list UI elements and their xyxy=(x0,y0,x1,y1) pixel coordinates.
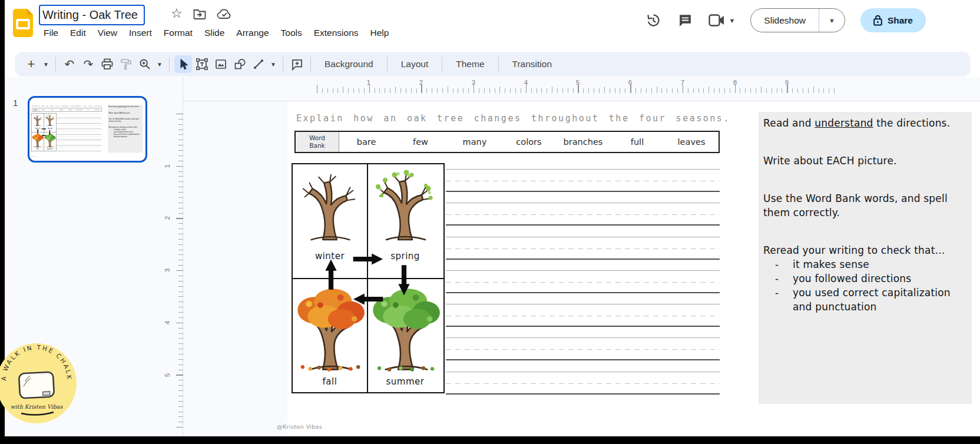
star-icon[interactable]: ☆ xyxy=(171,7,183,20)
worksheet-title[interactable]: Explain how an oak tree changes througho… xyxy=(296,113,730,124)
direction-bullet: -it makes sense xyxy=(763,257,966,271)
insert-image-button[interactable] xyxy=(212,55,230,73)
insert-comment-button[interactable] xyxy=(288,55,306,73)
word-bank-word: colors xyxy=(502,132,556,152)
comments-icon[interactable] xyxy=(677,12,693,29)
word-bank-label: Word Bank xyxy=(296,132,339,152)
lock-icon xyxy=(873,15,882,26)
whiteboard-icon xyxy=(19,372,54,399)
theme-button[interactable]: Theme xyxy=(446,55,494,74)
arrow-summer-to-fall-icon xyxy=(41,134,47,137)
word-bank-table[interactable]: Word Bank bare few many colors branches … xyxy=(294,131,720,153)
writing-line-group xyxy=(446,270,720,293)
spring-tree-image xyxy=(44,114,55,127)
slideshow-button-group: Slideshow ▼ xyxy=(750,8,845,32)
ruler-h-number: 9 xyxy=(785,79,789,86)
menu-insert[interactable]: Insert xyxy=(123,25,158,41)
slideshow-caret-button[interactable]: ▼ xyxy=(819,9,845,32)
new-slide-button[interactable]: + xyxy=(22,55,40,73)
word-bank-word: leaves xyxy=(92,108,101,112)
ruler-h-number: 7 xyxy=(681,79,684,86)
menu-tools[interactable]: Tools xyxy=(275,25,308,41)
screen-edge-bottom xyxy=(0,436,980,444)
toolbar: + ▼ ↶ ↷ ▼ ▼ xyxy=(15,52,971,77)
undo-button[interactable]: ↶ xyxy=(61,55,78,73)
share-button[interactable]: Share xyxy=(860,8,926,32)
direction-reread: Reread your writing to check that... xyxy=(109,127,142,129)
insert-shape-button[interactable] xyxy=(231,55,249,73)
credit-text: @Kristen Vibas xyxy=(277,423,322,430)
menu-file[interactable]: File xyxy=(38,25,64,41)
writing-line-group xyxy=(446,169,720,192)
menu-arrange[interactable]: Arrange xyxy=(230,25,274,41)
menu-view[interactable]: View xyxy=(92,25,123,41)
word-bank-word: few xyxy=(393,132,448,152)
transition-button[interactable]: Transition xyxy=(503,55,561,74)
slide-page[interactable]: Explain how an oak tree changes througho… xyxy=(31,103,144,158)
word-bank-word: bare xyxy=(339,132,393,152)
move-folder-icon[interactable] xyxy=(193,8,206,19)
meet-camera-control[interactable]: ▼ xyxy=(708,14,735,26)
writing-line-group xyxy=(446,237,720,260)
slide-thumbnail[interactable]: Explain how an oak tree changes througho… xyxy=(28,96,147,163)
slides-logo-icon[interactable] xyxy=(12,8,34,38)
winter-tree-image xyxy=(32,114,43,126)
ruler-h-number: 4 xyxy=(524,79,528,86)
season-label-fall: fall xyxy=(293,376,367,387)
writing-line-group xyxy=(57,147,101,151)
word-bank-word: full xyxy=(84,108,92,112)
thumbnail-content: Explain how an oak tree changes througho… xyxy=(31,99,144,160)
word-bank-word: leaves xyxy=(664,132,719,152)
slide-page[interactable]: Explain how an oak tree changes througho… xyxy=(287,101,980,434)
word-bank-label: Word Bank xyxy=(32,108,39,112)
directions-panel[interactable]: Read and understand the directions. Writ… xyxy=(108,105,143,153)
word-bank-table[interactable]: Word Bank bare few many colors branches … xyxy=(32,108,101,111)
slideshow-button[interactable]: Slideshow xyxy=(751,9,819,32)
direction-bullet: -you followed directions xyxy=(763,271,966,286)
new-slide-caret-icon[interactable]: ▼ xyxy=(41,55,51,73)
ruler-h-number: 5 xyxy=(576,79,580,86)
print-button[interactable] xyxy=(98,55,116,73)
paint-format-button[interactable] xyxy=(117,55,135,73)
select-tool-button[interactable] xyxy=(174,55,192,73)
redo-button[interactable]: ↷ xyxy=(80,55,97,73)
slide-number: 1 xyxy=(13,98,18,108)
writing-line-group xyxy=(446,337,720,360)
writing-line-group xyxy=(57,142,101,145)
direction-reread: Reread your writing to check that... xyxy=(763,243,966,257)
menu-help[interactable]: Help xyxy=(365,25,395,41)
arrow-spring-to-summer-icon xyxy=(398,263,410,296)
walk-in-the-chalk-badge: A WALK IN THE CHALK with Kristen Vibas xyxy=(0,342,82,430)
word-bank-word: bare xyxy=(39,108,48,112)
writing-lines[interactable] xyxy=(446,169,720,405)
cloud-saved-icon[interactable] xyxy=(217,8,232,19)
layout-button[interactable]: Layout xyxy=(392,55,438,74)
directions-panel[interactable]: Read and understand the directions. Writ… xyxy=(759,112,972,404)
ruler-v-number: 3 xyxy=(164,269,171,272)
word-bank-word: many xyxy=(448,132,502,152)
menu-slide[interactable]: Slide xyxy=(198,25,230,41)
background-button[interactable]: Background xyxy=(315,55,383,74)
doc-title-input[interactable]: Writing - Oak Tree xyxy=(39,5,145,25)
zoom-caret-icon[interactable]: ▼ xyxy=(155,55,164,73)
menu-format[interactable]: Format xyxy=(158,25,198,41)
worksheet-title[interactable]: Explain how an oak tree changes througho… xyxy=(32,105,103,107)
season-label-winter: winter xyxy=(31,128,44,130)
credit-text: @Kristen Vibas xyxy=(31,156,37,157)
version-history-icon[interactable] xyxy=(645,12,661,29)
menu-extensions[interactable]: Extensions xyxy=(308,25,365,41)
insert-line-button[interactable] xyxy=(250,55,267,73)
season-label-summer: summer xyxy=(44,148,56,150)
menu-edit[interactable]: Edit xyxy=(64,25,92,41)
season-label-spring: spring xyxy=(44,128,56,130)
zoom-button[interactable] xyxy=(136,55,154,73)
camera-caret-icon[interactable]: ▼ xyxy=(729,17,735,24)
line-caret-icon[interactable]: ▼ xyxy=(269,55,278,73)
season-cycle-grid[interactable]: winter spring xyxy=(31,113,57,151)
fall-tree-image xyxy=(32,133,44,148)
direction-write: Write about EACH picture. xyxy=(109,112,142,114)
season-cycle-grid[interactable]: winter spring xyxy=(292,163,445,393)
writing-lines[interactable] xyxy=(57,114,101,153)
text-box-button[interactable] xyxy=(193,55,211,73)
word-bank-word: branches xyxy=(556,132,610,152)
